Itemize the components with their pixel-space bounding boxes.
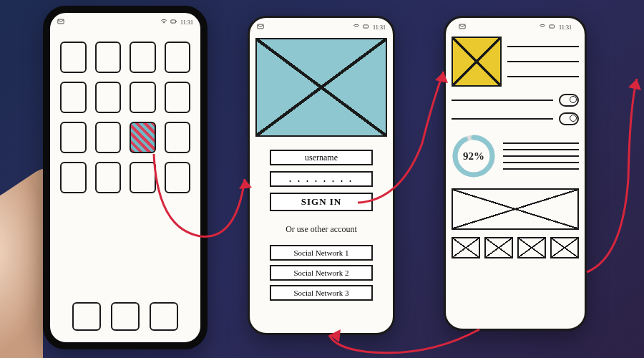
stats-row: 92%: [452, 134, 579, 178]
clock-text: 11:31: [373, 24, 386, 31]
social-login-button[interactable]: Social Network 2: [270, 265, 373, 281]
battery-icon: [363, 23, 370, 32]
wifi-icon: [353, 23, 360, 32]
svg-rect-7: [550, 25, 555, 28]
dock-app-icon[interactable]: [72, 302, 101, 331]
text-line: [503, 142, 579, 144]
wifi-icon: [539, 23, 546, 32]
nav-item[interactable]: [517, 237, 546, 258]
social-login-list: Social Network 1Social Network 2Social N…: [270, 245, 373, 305]
nav-item[interactable]: [550, 237, 579, 258]
dock-app-icon[interactable]: [111, 302, 140, 331]
clock-text: 11:31: [559, 24, 572, 31]
app-icon[interactable]: [60, 82, 87, 113]
phone-login: 11:31 username . . . . . . . . SIGN IN O…: [248, 16, 395, 335]
app-icon[interactable]: [130, 162, 156, 193]
text-line: [503, 168, 579, 170]
phone-home: 11:31: [43, 6, 208, 349]
svg-rect-2: [171, 20, 176, 23]
dock-app-icon[interactable]: [150, 302, 178, 331]
text-line: [452, 100, 553, 101]
battery-icon: [170, 18, 177, 26]
text-line: [503, 155, 579, 157]
wifi-icon: [160, 18, 167, 26]
app-icon[interactable]: [60, 162, 87, 193]
app-icon[interactable]: [95, 122, 122, 153]
app-icon[interactable]: [165, 42, 191, 73]
app-icon[interactable]: [95, 82, 122, 113]
app-icon[interactable]: [60, 42, 87, 73]
app-icon[interactable]: [95, 42, 122, 73]
app-icon[interactable]: [130, 42, 156, 73]
nav-item[interactable]: [484, 237, 513, 258]
username-field[interactable]: username: [270, 150, 373, 165]
toggle-row: [452, 112, 579, 125]
text-line: [452, 118, 553, 120]
app-dock: [50, 302, 200, 331]
nav-item[interactable]: [452, 237, 480, 258]
text-line: [507, 46, 579, 47]
toggle-switch[interactable]: [559, 112, 579, 125]
svg-rect-3: [176, 21, 177, 22]
text-line: [507, 76, 579, 77]
login-form: username . . . . . . . . SIGN IN Or use …: [250, 137, 393, 305]
gauge-value-label: 92%: [452, 134, 496, 178]
app-icon[interactable]: [165, 162, 191, 193]
status-bar: 11:31: [250, 18, 393, 34]
clock-text: 11:31: [180, 19, 193, 26]
header-row: [452, 37, 579, 87]
wide-image-placeholder: [452, 188, 579, 230]
hero-image-placeholder: [255, 38, 387, 137]
app-icon[interactable]: [95, 162, 122, 193]
thumbnail-image-placeholder: [452, 37, 502, 87]
text-line: [503, 149, 579, 150]
battery-icon: [549, 23, 556, 32]
mail-icon: [257, 23, 264, 32]
mail-icon: [57, 18, 64, 26]
text-line: [503, 162, 579, 163]
progress-gauge: 92%: [452, 134, 496, 178]
svg-marker-13: [628, 79, 641, 90]
toggle-row: [452, 94, 579, 107]
app-icon[interactable]: [165, 82, 191, 113]
bottom-navbar: [452, 237, 579, 258]
password-field[interactable]: . . . . . . . .: [270, 171, 373, 187]
app-grid: [50, 29, 200, 193]
mail-icon: [459, 23, 466, 32]
app-icon[interactable]: [60, 122, 87, 153]
headline-lines: [507, 37, 579, 87]
paragraph-lines: [503, 142, 579, 170]
social-login-button[interactable]: Social Network 1: [270, 245, 373, 261]
status-bar: 11:31: [452, 18, 579, 34]
text-line: [507, 61, 579, 62]
alt-account-label: Or use other account: [286, 224, 357, 235]
app-icon[interactable]: [165, 122, 191, 153]
app-icon[interactable]: [130, 122, 156, 153]
toggle-switch[interactable]: [559, 94, 579, 107]
phone-dashboard: 11:31 92%: [444, 16, 587, 331]
app-icon[interactable]: [130, 82, 156, 113]
status-bar: 11:31: [50, 13, 200, 29]
signin-button[interactable]: SIGN IN: [270, 193, 373, 211]
toggle-list: [452, 94, 579, 125]
svg-rect-5: [364, 25, 369, 28]
social-login-button[interactable]: Social Network 3: [270, 285, 373, 301]
